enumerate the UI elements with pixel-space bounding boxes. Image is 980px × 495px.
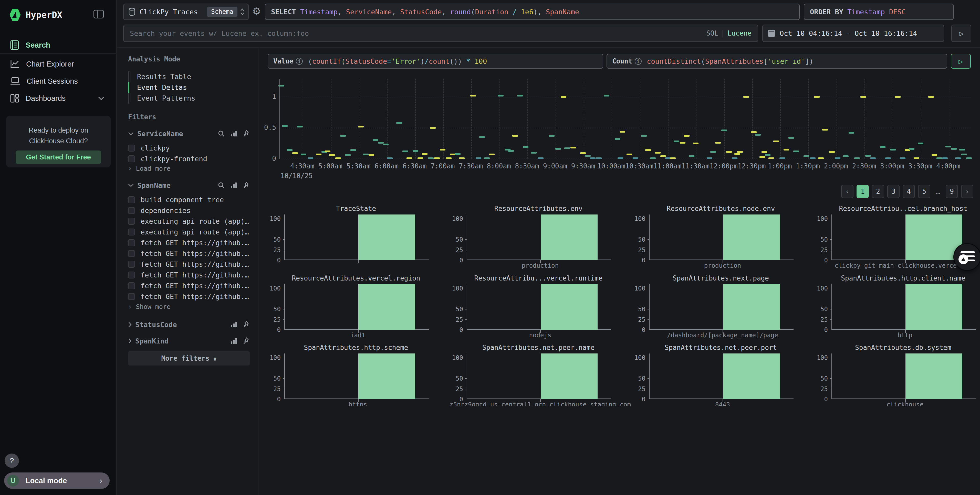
pin-icon[interactable] — [243, 182, 250, 189]
filter-option-label: clickpy-frontend — [141, 155, 207, 163]
order-by-code: ORDER BY Timestamp DESC — [804, 8, 906, 16]
value-expression-input[interactable]: Value i (countIf(StatusCode='Error')/cou… — [268, 54, 603, 68]
filter-option[interactable]: executing api route (app)… — [128, 216, 250, 226]
code-token: ServiceName — [346, 8, 392, 16]
attribute-chart[interactable]: TraceState10050250 — [266, 205, 446, 271]
load-more-link[interactable]: › Load more — [128, 165, 170, 172]
filter-option-label: fetch GET https://github.… — [141, 239, 249, 247]
attribute-chart[interactable]: ResourceAttributes.env10050250production — [449, 205, 628, 271]
analysis-mode-event-deltas[interactable]: Event Deltas — [128, 82, 210, 93]
sidebar-item-label: Search — [25, 41, 51, 49]
attribute-chart[interactable]: SpanAttributes.http.scheme10050250https — [266, 344, 446, 406]
attribute-chart[interactable]: SpanAttributes.net.peer.port100502508443 — [631, 344, 810, 406]
sidebar-item-search[interactable]: Search — [0, 36, 116, 54]
attribute-chart[interactable]: SpanAttributes.db.system10050250clickhou… — [813, 344, 980, 406]
checkbox[interactable] — [128, 239, 135, 246]
order-by-input[interactable]: ORDER BY Timestamp DESC — [804, 3, 954, 20]
checkbox[interactable] — [128, 293, 135, 300]
page-button-4[interactable]: 4 — [903, 185, 915, 198]
delta-point — [937, 157, 942, 159]
pin-icon[interactable] — [243, 130, 250, 137]
prev-page-button[interactable]: ‹ — [841, 185, 853, 198]
page-button-5[interactable]: 5 — [918, 185, 930, 198]
run-analysis-button[interactable]: ▷ — [951, 54, 971, 68]
filter-group-servicename[interactable]: ServiceName — [128, 129, 250, 139]
filter-option-clickpy-frontend[interactable]: clickpy-frontend — [128, 154, 250, 164]
lucene-mode-label[interactable]: Lucene — [727, 29, 751, 37]
filter-option-clickpy[interactable]: clickpy — [128, 143, 250, 153]
search-icon[interactable] — [218, 130, 224, 137]
help-button[interactable]: ? — [5, 454, 19, 468]
bar-chart-icon[interactable] — [230, 182, 237, 189]
page-button-9[interactable]: 9 — [946, 185, 958, 198]
bar-chart-icon[interactable] — [230, 321, 237, 328]
analysis-mode-event-patterns[interactable]: Event Patterns — [128, 93, 210, 104]
attribute-chart[interactable]: SpanAttributes.next.page10050250/dashboa… — [631, 274, 810, 340]
sidebar-item-chart-explorer[interactable]: Chart Explorer — [0, 56, 116, 73]
filter-option[interactable]: fetch GET https://github.… — [128, 238, 250, 248]
chart-plot-area — [467, 214, 611, 260]
next-page-button[interactable]: › — [961, 185, 973, 198]
count-expression-input[interactable]: Count i countDistinct(SpanAttributes['us… — [606, 54, 947, 68]
bar-chart-icon[interactable] — [230, 130, 237, 137]
search-run-button[interactable]: ▷ — [951, 25, 971, 42]
filter-group-spanname[interactable]: SpanName — [128, 180, 250, 190]
query-language-toggle[interactable]: SQL|Lucene — [706, 29, 751, 37]
attribute-chart[interactable]: ResourceAttributes.node.env10050250produ… — [631, 205, 810, 271]
more-filters-button[interactable]: More filters ∨ — [128, 351, 250, 365]
checkbox[interactable] — [128, 155, 135, 162]
attribute-chart[interactable]: SpanAttributes.net.peer.name10050250z5nr… — [449, 344, 628, 406]
filter-group-spankind[interactable]: SpanKind — [128, 336, 250, 346]
checkbox[interactable] — [128, 282, 135, 289]
filter-option[interactable]: fetch GET https://github.… — [128, 259, 250, 269]
checkbox[interactable] — [128, 261, 135, 268]
page-button-2[interactable]: 2 — [872, 185, 884, 198]
analysis-mode-results-table[interactable]: Results Table — [128, 71, 210, 82]
pin-icon[interactable] — [243, 321, 250, 328]
get-started-button[interactable]: Get Started for Free — [16, 151, 101, 164]
code-token: 'user_id' — [768, 57, 805, 65]
page-button-3[interactable]: 3 — [887, 185, 900, 198]
checkbox[interactable] — [128, 228, 135, 235]
feedback-fab-button[interactable] — [953, 243, 980, 271]
show-more-link[interactable]: › Show more — [128, 303, 170, 311]
pin-icon[interactable] — [243, 337, 250, 344]
page-button-1[interactable]: 1 — [856, 185, 869, 198]
checkbox[interactable] — [128, 207, 135, 214]
filter-group-statuscode[interactable]: StatusCode — [128, 319, 250, 330]
checkbox[interactable] — [128, 218, 135, 225]
sidebar-item-label: Chart Explorer — [26, 60, 74, 68]
filter-option[interactable]: dependencies — [128, 205, 250, 216]
checkbox[interactable] — [128, 250, 135, 257]
gear-icon[interactable]: ⚙ — [252, 6, 261, 17]
sidebar-collapse-icon[interactable] — [94, 10, 104, 18]
local-mode-menu[interactable]: U Local mode › — [4, 473, 110, 489]
checkbox[interactable] — [128, 196, 135, 203]
filter-option[interactable]: build component tree — [128, 195, 250, 205]
delta-point — [759, 156, 765, 158]
sidebar-item-dashboards[interactable]: Dashboards — [0, 90, 116, 107]
bar-chart-icon[interactable] — [230, 338, 237, 344]
y-tick-label: 100 — [813, 215, 828, 222]
filter-option[interactable]: executing api route (app)… — [128, 227, 250, 237]
search-input[interactable]: Search your events w/ Lucene ex. column:… — [123, 25, 758, 42]
date-range-picker[interactable]: Oct 10 04:16:14 - Oct 10 16:16:14 — [762, 25, 944, 42]
attribute-chart[interactable]: SpanAttributes.http.client.name10050250h… — [813, 274, 980, 340]
source-select[interactable]: ClickPy Traces Schema — [123, 3, 249, 20]
sql-mode-label[interactable]: SQL — [706, 29, 718, 37]
filter-option[interactable]: fetch GET https://github.… — [128, 281, 250, 291]
sql-select-input[interactable]: SELECT Timestamp, ServiceName, StatusCod… — [265, 3, 800, 20]
filter-option[interactable]: fetch GET https://github.… — [128, 291, 250, 301]
delta-point — [655, 152, 660, 154]
delta-plot-area[interactable] — [280, 79, 971, 159]
search-icon[interactable] — [218, 182, 224, 189]
filter-option[interactable]: fetch GET https://github.… — [128, 248, 250, 259]
filter-option[interactable]: fetch GET https://github.… — [128, 270, 250, 280]
y-tick-label: 25 — [813, 386, 828, 393]
value-expression-code: (countIf(StatusCode='Error')/count()) * … — [306, 57, 487, 65]
sidebar-item-client-sessions[interactable]: Client Sessions — [0, 73, 116, 90]
attribute-chart[interactable]: ResourceAttributes.vercel.region10050250… — [266, 274, 446, 340]
attribute-chart[interactable]: ResourceAttribu...vercel.runtime10050250… — [449, 274, 628, 340]
checkbox[interactable] — [128, 144, 135, 152]
checkbox[interactable] — [128, 271, 135, 278]
